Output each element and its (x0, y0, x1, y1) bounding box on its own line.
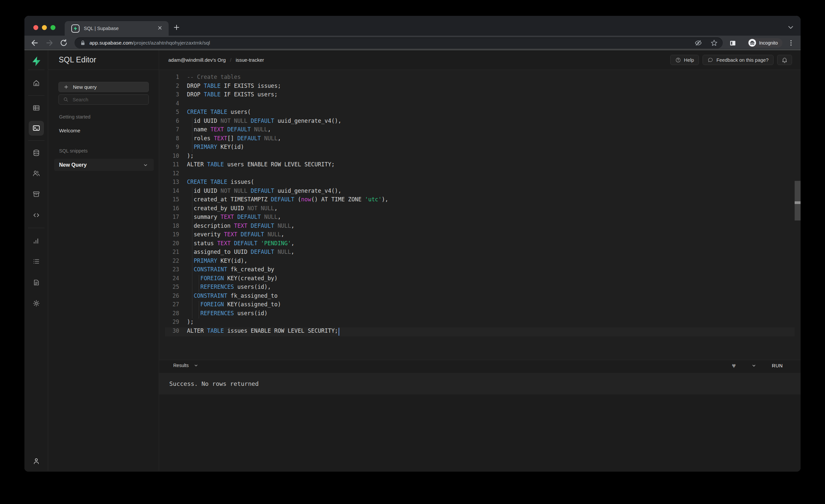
supabase-app: SQL Editor New query Search Getting star… (24, 50, 801, 471)
notifications-button[interactable] (777, 55, 792, 65)
code-line-11[interactable]: 11ALTER TABLE users ENABLE ROW LEVEL SEC… (159, 161, 801, 170)
favorite-heart-icon[interactable]: ♥ (732, 363, 736, 368)
code-text: CONSTRAINT fk_created_by (187, 266, 274, 273)
forward-button[interactable] (45, 38, 54, 48)
code-line-25[interactable]: 25 REFERENCES users(id), (159, 284, 801, 292)
snippet-chevron-icon[interactable] (143, 162, 149, 168)
breadcrumb-org[interactable]: adam@windmill.dev's Org (168, 57, 226, 63)
feedback-button[interactable]: Feedback on this page? (702, 55, 773, 65)
code-line-17[interactable]: 17 summary TEXT DEFAULT NULL, (159, 214, 801, 222)
auth-users-icon[interactable] (32, 169, 40, 177)
settings-gear-icon[interactable] (32, 299, 40, 307)
maximize-window-button[interactable] (51, 25, 56, 30)
breadcrumb-project[interactable]: issue-tracker (236, 57, 264, 63)
table-editor-icon[interactable] (32, 104, 40, 112)
results-chevron-icon[interactable] (194, 363, 199, 368)
back-button[interactable] (30, 38, 39, 48)
bookmark-star-icon[interactable] (710, 39, 718, 47)
code-line-2[interactable]: 2DROP TABLE IF EXISTS issues; (159, 82, 801, 91)
code-line-23[interactable]: 23 CONSTRAINT fk_created_by (159, 266, 801, 275)
api-docs-icon[interactable] (32, 279, 40, 286)
new-tab-button[interactable] (172, 23, 181, 32)
tab-strip: SQL | Supabase (24, 16, 801, 35)
eye-off-icon[interactable] (694, 39, 702, 47)
code-line-10[interactable]: 10); (159, 152, 801, 161)
run-options-chevron-icon[interactable] (751, 363, 757, 368)
logs-icon[interactable] (32, 258, 40, 265)
results-message: Success. No rows returned (169, 380, 259, 387)
results-label[interactable]: Results (173, 363, 189, 368)
url-host: app.supabase.com (89, 40, 133, 46)
code-line-3[interactable]: 3DROP TABLE IF EXISTS users; (159, 91, 801, 100)
bell-icon (781, 57, 788, 63)
code-line-5[interactable]: 5CREATE TABLE users( (159, 109, 801, 118)
code-text: summary TEXT DEFAULT NULL, (187, 214, 281, 220)
code-line-21[interactable]: 21 assigned_to UUID DEFAULT NULL, (159, 248, 801, 258)
browser-tab[interactable]: SQL | Supabase (65, 21, 169, 35)
welcome-item[interactable]: Welcome (59, 128, 80, 134)
code-text: CREATE TABLE issues( (187, 178, 254, 185)
main-header: adam@windmill.dev's Org / issue-tracker … (159, 50, 801, 70)
tab-title: SQL | Supabase (84, 26, 155, 31)
sql-editor-icon[interactable] (32, 124, 40, 132)
line-number: 6 (159, 118, 179, 124)
new-query-button[interactable]: New query (58, 82, 149, 92)
reload-button[interactable] (59, 39, 68, 47)
code-line-16[interactable]: 16 created_by UUID NOT NULL, (159, 205, 801, 214)
tab-strip-chevron-icon[interactable] (787, 23, 795, 31)
help-button[interactable]: Help (670, 55, 699, 65)
reports-icon[interactable] (32, 237, 40, 245)
code-line-28[interactable]: 28 REFERENCES users(id) (159, 310, 801, 319)
code-line-20[interactable]: 20 status TEXT DEFAULT 'PENDING', (159, 240, 801, 249)
minimize-window-button[interactable] (42, 25, 47, 30)
code-line-19[interactable]: 19 severity TEXT DEFAULT NULL, (159, 231, 801, 240)
code-line-26[interactable]: 26 CONSTRAINT fk_assigned_to (159, 292, 801, 301)
code-line-15[interactable]: 15 created_at TIMESTAMPTZ DEFAULT (now()… (159, 196, 801, 205)
code-line-6[interactable]: 6 id UUID NOT NULL DEFAULT uuid_generate… (159, 118, 801, 126)
code-line-1[interactable]: 1-- Create tables (159, 74, 801, 82)
address-bar[interactable]: app.supabase.com/project/azahtnhqohyjerz… (75, 37, 723, 49)
storage-icon[interactable] (32, 190, 40, 198)
code-line-30[interactable]: 30ALTER TABLE issues ENABLE ROW LEVEL SE… (159, 328, 801, 336)
code-line-22[interactable]: 22 PRIMARY KEY(id), (159, 258, 801, 266)
code-line-4[interactable]: 4 (159, 100, 801, 109)
code-line-14[interactable]: 14 id UUID NOT NULL DEFAULT uuid_generat… (159, 188, 801, 196)
browser-toolbar: app.supabase.com/project/azahtnhqohyjerz… (24, 35, 801, 50)
getting-started-label: Getting started (59, 114, 90, 120)
supabase-logo[interactable] (31, 56, 42, 67)
snippet-new-query-item[interactable]: New Query (54, 159, 154, 171)
code-line-13[interactable]: 13CREATE TABLE issues( (159, 178, 801, 188)
edge-functions-icon[interactable] (32, 211, 40, 219)
code-line-7[interactable]: 7 name TEXT DEFAULT NULL, (159, 126, 801, 135)
code-line-24[interactable]: 24 FOREIGN KEY(created_by) (159, 275, 801, 284)
code-text: FOREIGN KEY(assigned_to) (187, 301, 281, 308)
line-number: 7 (159, 126, 179, 133)
line-number: 18 (159, 222, 179, 229)
code-text: description TEXT DEFAULT NULL, (187, 222, 294, 229)
line-number: 19 (159, 231, 179, 238)
code-line-8[interactable]: 8 roles TEXT[] DEFAULT NULL, (159, 135, 801, 144)
code-line-27[interactable]: 27 FOREIGN KEY(assigned_to) (159, 301, 801, 310)
tab-close-icon[interactable] (155, 25, 164, 31)
line-number: 25 (159, 284, 179, 290)
line-number: 24 (159, 275, 179, 282)
code-line-18[interactable]: 18 description TEXT DEFAULT NULL, (159, 222, 801, 231)
code-line-29[interactable]: 29); (159, 318, 801, 328)
code-text: assigned_to UUID DEFAULT NULL, (187, 248, 294, 255)
run-button[interactable]: RUN (772, 363, 783, 368)
home-icon[interactable] (32, 79, 40, 87)
code-line-12[interactable]: 12 (159, 170, 801, 179)
side-panel-icon[interactable] (729, 39, 737, 47)
results-output: Success. No rows returned (159, 373, 801, 394)
browser-menu-icon[interactable] (787, 39, 795, 47)
database-icon[interactable] (32, 149, 40, 157)
profile-icon[interactable] (32, 457, 40, 465)
incognito-badge[interactable]: Incognito (747, 38, 782, 48)
code-line-9[interactable]: 9 PRIMARY KEY(id) (159, 144, 801, 152)
close-window-button[interactable] (33, 25, 38, 30)
search-input[interactable]: Search (58, 94, 149, 104)
lock-icon (80, 40, 86, 46)
code-text: ); (187, 318, 194, 325)
editor-scrollbar[interactable] (795, 181, 801, 220)
sql-code-editor[interactable]: 1-- Create tables2DROP TABLE IF EXISTS i… (159, 70, 801, 360)
